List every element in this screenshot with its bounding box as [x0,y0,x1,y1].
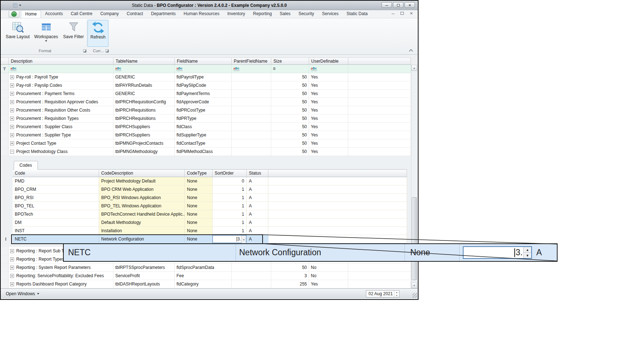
filter-cell-fieldname[interactable] [175,65,232,73]
column-header-code[interactable]: Code [13,170,99,177]
column-header-size[interactable]: Size [271,58,309,64]
tab-codes[interactable]: Codes [14,161,38,170]
expand-icon[interactable] [10,92,14,96]
table-row[interactable]: Procurement : Supplier Class tblPRCHSupp… [1,123,411,131]
resize-grip-icon[interactable] [412,293,417,298]
ribbon-restore-icon[interactable] [401,12,404,15]
codes-row[interactable]: PMD Project Methodology Default None 0 A [13,177,407,185]
codes-row[interactable]: BPOTech BPOTechConnect Handheld Device A… [13,210,407,219]
expand-icon[interactable] [10,125,14,129]
table-row[interactable]: Project Contact Type tblPMNGProjectConta… [1,139,411,148]
expand-icon[interactable] [10,75,14,79]
scrollbar-thumb[interactable] [412,197,417,280]
table-row[interactable]: Procurement : Supplier Type tblPRCHSuppl… [1,131,411,139]
ribbon-tab[interactable]: Company [96,10,122,18]
workspaces-button[interactable]: Workspaces [32,20,61,48]
expand-icon[interactable] [10,108,14,112]
close-button[interactable] [404,2,415,8]
table-row[interactable]: Procurement : Requisition Types tblPRCHR… [1,114,411,123]
expand-icon[interactable] [10,249,14,253]
grid-icon[interactable] [13,3,17,8]
column-header-description[interactable]: Description [9,58,113,64]
table-row[interactable]: Procurement : Payment Terms GENERIC fldP… [1,90,411,98]
table-row[interactable]: Procurement : Requisition Approver Codes… [1,98,411,106]
filter-funnel-icon[interactable] [3,67,6,71]
equals-operator-icon[interactable]: = [273,66,276,71]
expand-icon[interactable] [10,133,14,137]
sortorder-edit-box[interactable]: 3. [213,235,246,243]
collapse-icon[interactable] [10,150,14,154]
ribbon-tab[interactable]: Static Data [343,10,372,18]
application-button[interactable] [9,10,19,18]
minimize-button[interactable] [381,2,392,8]
expand-icon[interactable] [10,117,14,121]
expand-icon[interactable] [10,141,14,145]
ribbon-tab[interactable]: Departments [147,10,180,18]
filter-abc-icon[interactable] [176,67,183,71]
column-header-sortorder[interactable]: SortOrder [213,170,247,177]
filter-abc-icon[interactable] [10,67,17,71]
refresh-button[interactable]: Refresh [88,20,108,47]
expand-icon[interactable] [10,84,14,87]
codes-row[interactable]: INST Installation None 1 A [13,227,407,235]
dialog-launcher-icon[interactable] [106,49,109,53]
expand-icon[interactable] [10,257,14,261]
spin-up-icon[interactable] [394,291,399,294]
column-header-status[interactable]: Status [247,170,268,177]
spin-down-icon[interactable] [394,294,399,297]
collapse-ribbon-icon[interactable] [409,49,413,53]
column-header-codetype[interactable]: CodeType [185,170,213,177]
ribbon-tab[interactable]: Home [21,10,41,18]
table-row[interactable]: Procurement : Requisition Other Costs tb… [1,106,411,114]
table-row-expanded[interactable]: Project Methodology Class tblPMNGMethodo… [1,148,411,156]
filter-cell-description[interactable] [9,65,113,73]
ribbon-tab[interactable]: Reporting [249,10,276,18]
table-row[interactable]: Pay-roll : Payroll Type GENERIC fldPayro… [1,73,411,81]
dialog-launcher-icon[interactable] [83,49,86,53]
column-header-fieldname[interactable]: FieldName [175,58,232,64]
ribbon-tab[interactable]: Inventory [223,10,249,18]
open-windows-button[interactable]: Open Windows [3,290,42,297]
column-header-userdefinable[interactable]: UserDefinable [309,58,348,64]
filter-cell-parentfieldname[interactable] [232,65,271,73]
column-header-tablename[interactable]: TableName [113,58,175,64]
table-row[interactable]: Reporting : System Report Parameters tbl… [1,264,411,272]
codes-row[interactable]: BPO_TEL BPO_TEL Windows Application None… [13,202,407,210]
spin-up-icon[interactable] [242,235,246,243]
filter-abc-icon[interactable] [233,67,240,71]
table-row[interactable]: Reporting: ServiceProfitability: Exclude… [1,272,411,280]
ribbon-close-icon[interactable] [410,10,413,17]
save-layout-button[interactable]: Save Layout [4,20,32,48]
scroll-up-button[interactable] [411,65,417,71]
filter-cell-size[interactable]: = [271,65,309,73]
ribbon-tab[interactable]: Services [318,10,343,18]
expand-icon[interactable] [10,100,14,104]
date-editor[interactable]: 02 Aug 2021 [366,290,399,297]
codes-row-selected[interactable]: NETC Network Configuration None 3. A [13,235,407,243]
codes-row[interactable]: BPO_RSI BPO_RSI Windows Application None… [13,194,407,202]
expand-icon[interactable] [10,274,14,278]
codes-row[interactable]: BPO_CRM BPO CRM Web Application None 1 A [13,185,407,194]
codes-row[interactable]: DM Default Methodology None 1 A [13,219,407,227]
ribbon-tab[interactable]: Human Resources [180,10,223,18]
filter-cell-tablename[interactable] [113,65,175,73]
ribbon-minimize-icon[interactable] [392,10,394,17]
filter-abc-icon[interactable] [311,67,317,71]
scroll-down-button[interactable] [411,282,417,288]
chevron-down-icon[interactable] [19,5,21,6]
ribbon-tab[interactable]: Call Centre [67,10,96,18]
ribbon-tab[interactable]: Contract [123,10,147,18]
filter-abc-icon[interactable] [115,67,121,71]
maximize-button[interactable] [393,2,403,8]
table-row[interactable]: Pay-roll : Payslip Codes tblPAYRRunDetai… [1,81,411,90]
filter-cell-userdefinable[interactable] [309,65,348,73]
ribbon-tab[interactable]: Security [295,10,318,18]
table-row[interactable]: Reports Dashboard Report Category tblDAS… [1,280,411,288]
expand-icon[interactable] [10,266,14,270]
column-header-parentfieldname[interactable]: ParentFieldName [232,58,271,64]
column-header-codedescription[interactable]: CodeDescription [99,170,185,177]
ribbon-tab[interactable]: Sales [276,10,295,18]
sortorder-editor-cell[interactable]: 3. [213,235,247,243]
ribbon-tab[interactable]: Accounts [41,10,67,18]
save-filter-button[interactable]: Save Filter [61,20,86,48]
